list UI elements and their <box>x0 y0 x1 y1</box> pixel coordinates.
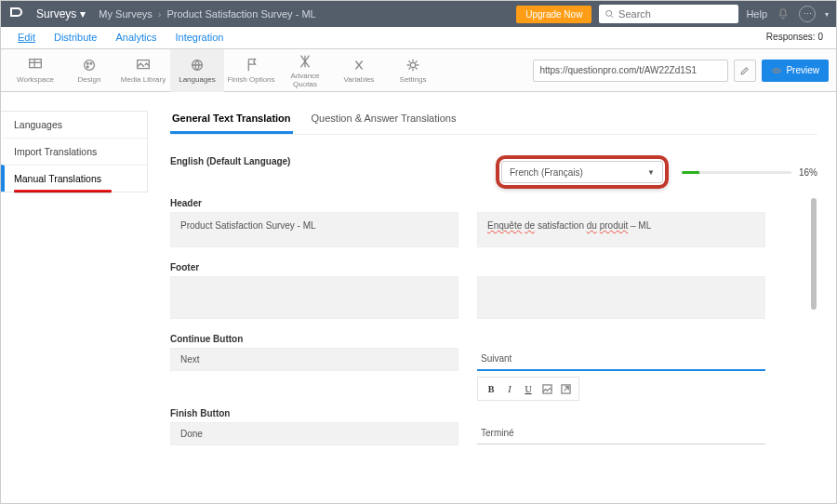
default-language-label: English (Default Language) <box>170 156 290 166</box>
surveys-dropdown[interactable]: Surveys ▾ <box>36 7 86 20</box>
tab-edit[interactable]: Edit <box>8 27 45 48</box>
primary-tabs: Edit Distribute Analytics Integration Re… <box>1 27 836 49</box>
edit-url-button[interactable] <box>734 60 756 82</box>
inner-tabs: General Text Translation Question & Answ… <box>170 107 817 135</box>
upgrade-now-button[interactable]: Upgrade Now <box>516 6 591 23</box>
tool-languages[interactable]: Languages <box>170 49 224 92</box>
svg-rect-1 <box>30 60 42 68</box>
finish-src: Done <box>170 422 458 445</box>
bell-icon[interactable] <box>777 7 790 20</box>
svg-point-9 <box>776 69 778 72</box>
language-header-row: English (Default Language) French (Franç… <box>170 155 817 189</box>
tool-finish-options[interactable]: Finish Options <box>224 49 278 92</box>
language-select[interactable]: French (Français) ▼ <box>501 161 663 183</box>
search-icon <box>604 8 615 20</box>
section-footer-label: Footer <box>170 262 817 272</box>
quotas-icon <box>297 53 313 70</box>
workspace-icon <box>27 57 44 73</box>
breadcrumb: My Surveys › Product Satisfaction Survey… <box>99 8 315 20</box>
rte-italic[interactable]: I <box>502 381 517 396</box>
header-dst[interactable]: Enquête de satisfaction du produit – ML <box>477 212 765 247</box>
finish-dst[interactable] <box>477 422 765 444</box>
sidebar-item-languages[interactable]: Languages <box>1 112 147 138</box>
continue-src: Next <box>170 348 458 371</box>
share-url[interactable] <box>533 60 728 82</box>
response-count: Responses: 0 <box>766 27 829 48</box>
innertab-qa[interactable]: Question & Answer Translations <box>310 107 458 134</box>
body: Languages Import Translations Manual Tra… <box>1 92 836 503</box>
section-finish-label: Finish Button <box>170 408 817 418</box>
avatar[interactable]: ⋯ <box>799 6 816 22</box>
search-box[interactable] <box>599 5 738 23</box>
translations-scroll: Header Product Satisfaction Survey - ML … <box>170 198 817 449</box>
settings-icon <box>405 57 421 73</box>
tool-variables[interactable]: Variables <box>332 49 386 92</box>
media-icon <box>135 57 152 73</box>
tool-design[interactable]: Design <box>62 49 116 92</box>
design-icon <box>81 57 98 73</box>
rte-underline[interactable]: U <box>521 381 536 396</box>
section-continue-label: Continue Button <box>170 334 817 344</box>
chevron-down-icon: ▾ <box>80 7 86 20</box>
toolbar: Workspace Design Media Library Languages… <box>1 49 836 92</box>
continue-dst[interactable] <box>477 348 765 371</box>
tab-analytics[interactable]: Analytics <box>106 27 166 48</box>
section-header-label: Header <box>170 198 817 208</box>
svg-point-0 <box>606 10 612 16</box>
sidebar-item-import[interactable]: Import Translations <box>1 138 147 165</box>
brand-logo <box>8 4 29 24</box>
innertab-general[interactable]: General Text Translation <box>170 107 293 134</box>
svg-point-2 <box>85 60 95 71</box>
tab-distribute[interactable]: Distribute <box>45 27 106 48</box>
top-bar: Surveys ▾ My Surveys › Product Satisfact… <box>1 1 836 27</box>
preview-button[interactable]: Preview <box>762 60 829 82</box>
tool-advance-quotas[interactable]: Advance Quotas <box>278 49 332 92</box>
image-icon <box>542 384 552 394</box>
translation-progress <box>682 171 791 174</box>
header-src: Product Satisfaction Survey - ML <box>170 212 458 247</box>
link-icon <box>561 384 571 394</box>
main-panel: General Text Translation Question & Answ… <box>148 94 836 503</box>
tool-workspace[interactable]: Workspace <box>8 49 62 92</box>
progress-percentage: 16% <box>799 167 817 178</box>
rte-toolbar: B I U <box>477 377 579 401</box>
eye-icon <box>771 65 782 76</box>
sidebar-item-manual[interactable]: Manual Translations <box>1 165 147 192</box>
chevron-down-icon: ▾ <box>825 10 829 19</box>
rte-link[interactable] <box>558 381 573 396</box>
svg-point-8 <box>410 62 415 67</box>
footer-dst[interactable] <box>477 276 765 319</box>
svg-point-3 <box>86 62 88 64</box>
tool-media-library[interactable]: Media Library <box>116 49 170 92</box>
pencil-icon <box>739 65 751 76</box>
chevron-down-icon: ▼ <box>647 168 655 177</box>
footer-src <box>170 276 458 319</box>
language-select-highlight: French (Français) ▼ <box>496 155 669 189</box>
languages-icon <box>189 57 206 73</box>
breadcrumb-mysurveys[interactable]: My Surveys <box>99 8 152 20</box>
tool-settings[interactable]: Settings <box>386 49 440 92</box>
scrollbar[interactable] <box>811 198 817 449</box>
chevron-right-icon: › <box>158 8 162 20</box>
variables-icon <box>351 57 367 73</box>
rte-bold[interactable]: B <box>484 381 498 396</box>
help-link[interactable]: Help <box>746 8 767 20</box>
tab-integration[interactable]: Integration <box>166 27 232 48</box>
search-input[interactable] <box>618 8 733 20</box>
sidebar: Languages Import Translations Manual Tra… <box>1 94 148 503</box>
svg-point-4 <box>90 62 92 64</box>
breadcrumb-survey-title: Product Satisfaction Survey - ML <box>167 8 316 20</box>
rte-image[interactable] <box>539 381 554 396</box>
svg-point-5 <box>86 66 88 68</box>
finish-icon <box>243 57 259 73</box>
